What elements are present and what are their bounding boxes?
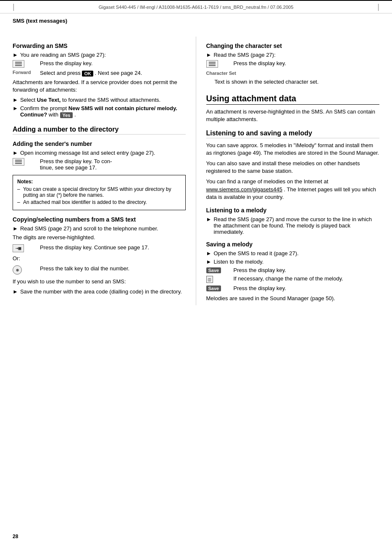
menu-line-1 [15,62,22,63]
save-row3: Save Press the display key. [206,285,380,292]
changing-charset-heading: Changing the character set [206,42,380,49]
add-dkey-text1: Press the display key. To con- [40,158,112,164]
melody-para1: You can save approx. 5 melodies in "iMel… [206,142,380,157]
save-number-text: Save the number with the area code (dial… [20,288,186,295]
forward-text: Select and press OK . Next see page 24. [40,70,186,77]
fwd-step1-text: You are reading an SMS (page 27): [20,52,186,58]
add-menu-icon [13,158,24,166]
talk-key-icon-cell: ⎈ [13,265,36,275]
fwd-menu-icon-cell [13,60,36,68]
page-number: 28 [13,534,18,539]
header-bar: | Gigaset S440-445 / IM-engl / A31008-M1… [0,0,392,13]
arrow-icon-3: ► [13,105,18,111]
melody-para3: You can find a range of melodies on the … [206,178,380,201]
talk-key-desc: Press the talk key to dial the number. [40,265,129,272]
add-display-key-text: Press the display key. To con- tinue, se… [40,158,186,171]
charset-step1: ► Read the SMS (page 27): [206,52,380,58]
fwd-bullet1: ► Select Use Text, to forward the SMS wi… [13,97,186,103]
charset-display-key-text: Press the display key. [234,60,380,66]
phone-grid-icon: ◫ [206,276,213,283]
charset-step1-text: Read the SMS (page 27): [213,52,379,58]
wish-para: If you wish to use the number to send an… [13,278,186,285]
forward-after-text: . Next see page 24. [95,70,142,76]
right-pipe: | [377,3,379,11]
save-badge-cell1: Save [206,267,229,274]
charset-display-key-row: Press the display key. [206,60,380,68]
melody-para3-before: You can find a range of melodies on the … [206,178,329,185]
save-mel-step1-text: Open the SMS to read it (page 27). [213,250,379,256]
save-badge-cell3: Save [206,285,229,292]
save-row2-text: If necessary, change the name of the mel… [234,275,380,282]
arrow-icon-r2: ► [206,216,212,222]
add-dkey-text2: tinue, see see page 17. [40,164,97,171]
forward-label: Forward [13,70,36,75]
fwd-display-key-text: Press the display key. [40,60,186,66]
adding-sender-number-heading: Adding the sender's number [13,140,186,147]
fwd-bullet2-text: Confirm the prompt New SMS will not cont… [20,105,186,118]
menu-line-2 [15,63,22,64]
copy-arrow-phone-cell: →▦ [13,244,36,252]
add-menu-line-3 [15,163,22,164]
using-attachment-heading: Using attachment data [206,93,380,105]
note-item-2: An attached mail box identifier is added… [17,199,181,205]
char-set-desc: Text is shown in the selected character … [206,78,380,86]
copy-display-key-text: Press the display key. Continue see page… [40,244,186,251]
header-breadcrumb: Gigaset S440-445 / IM-engl / A31008-M163… [99,5,294,10]
copy-dkey-text: Press the display key. Continue see page… [40,244,149,251]
add-menu-line-2 [15,161,22,162]
save-badge-3: Save [206,285,221,291]
charset-menu-line-2 [209,63,216,64]
copy-display-key-row: →▦ Press the display key. Continue see p… [13,244,186,252]
fwd-display-key-row: Press the display key. [13,60,186,68]
save-row1: Save Press the display key. [206,267,380,274]
using-attachment-para: An attachment is reverse-highlighted in … [206,108,380,123]
arrow-icon-4: ► [13,150,18,156]
char-set-label: Character Set [206,71,237,76]
arrow-icon-1: ► [13,52,18,58]
arrow-icon-r1: ► [206,52,212,58]
arrow-icon-2: ► [13,97,18,103]
right-column: Changing the character set ► Read the SM… [196,37,380,305]
add-display-key-row: Press the display key. To con- tinue, se… [13,158,186,171]
arrow-icon-5: ► [13,225,18,232]
saving-melody-heading: Saving a melody [206,241,380,248]
save-mel-step1: ► Open the SMS to read it (page 27). [206,250,380,256]
fwd-forward-row: Forward Select and press OK . Next see p… [13,70,186,77]
charset-menu-line-1 [209,62,216,63]
arrow-icon-r3: ► [206,250,212,256]
charset-menu-icon-cell [206,60,229,68]
copying-numbers-heading: Copying/selecting numbers from a SMS tex… [13,216,186,223]
add-step1-text: Open incoming message list and select en… [20,150,186,156]
listen-step1-text: Read the SMS (page 27) and move the curs… [213,216,379,235]
left-column: Forwarding an SMS ► You are reading an S… [13,37,196,305]
save-badge-1: Save [206,267,221,273]
save-row1-text: Press the display key. [234,267,380,273]
page-wrapper: | Gigaset S440-445 / IM-engl / A31008-M1… [0,0,392,547]
copy-step1: ► Read SMS (page 27) and scroll to the t… [13,225,186,232]
add-step1: ► Open incoming message list and select … [13,150,186,156]
save-mel-step2: ► Listen to the melody. [206,259,380,265]
save-number-bullet: ► Save the number with the area code (di… [13,288,186,295]
char-set-label-row: Character Set [206,70,380,76]
sms-top-label: SMS (text messages) [13,18,379,24]
menu-icon [13,60,24,68]
fwd-attachments-para: Attachments are forwarded. If a service … [13,79,186,94]
fwd-b2-after: with [49,111,58,118]
forward-select-text: Select and press [40,70,81,76]
save-row2: ◫ If necessary, change the name of the m… [206,275,380,283]
copy-step1-text: Read SMS (page 27) and scroll to the tel… [20,225,186,232]
notes-title: Notes: [17,179,181,185]
fwd-b1-bold: Use Text, [37,97,61,103]
fwd-b2-before: Confirm the prompt [20,105,67,111]
content-area: Forwarding an SMS ► You are reading an S… [0,29,392,318]
charset-menu-icon [206,60,218,68]
listening-saving-heading: Listening to and saving a melody [206,129,380,138]
listen-step1: ► Read the SMS (page 27) and move the cu… [206,216,380,235]
phone-grid-cell: ◫ [206,275,229,283]
talk-key-text: Press the talk key to dial the number. [40,265,186,272]
adding-number-heading: Adding a number to the directory [13,126,186,135]
note-item-1: You can create a special directory for S… [17,186,181,198]
save-row3-text: Press the display key. [234,285,380,291]
melody-para3-link: www.siemens.com/gigasets445 [206,186,282,193]
notes-box: Notes: You can create a special director… [13,175,186,210]
